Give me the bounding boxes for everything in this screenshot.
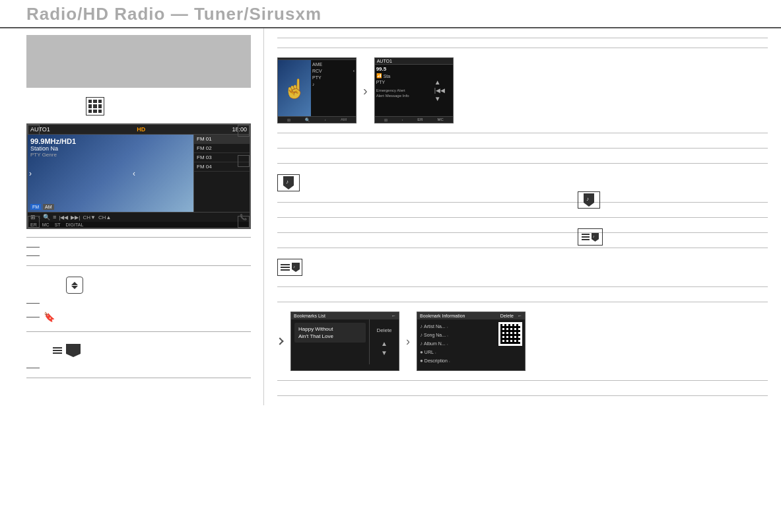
grid-cell xyxy=(93,100,96,103)
anno-dash-2 xyxy=(26,255,40,256)
status-mc: MC xyxy=(42,222,50,227)
anno-line-3 xyxy=(26,303,250,304)
fixed-bookmark-single-icon[interactable]: ♪ xyxy=(578,191,600,209)
annotation-box-br xyxy=(238,216,250,228)
right-divider-2 xyxy=(277,148,768,149)
status-st: ST xyxy=(55,222,61,227)
right-text-6 xyxy=(277,294,768,295)
nav-arrow-right[interactable]: ‹ xyxy=(133,169,135,178)
svg-text:♪: ♪ xyxy=(293,265,295,269)
bm-bullet-1: ♪ xyxy=(420,323,423,329)
radio-ui-screenshot: AUTO1 HD 18:00 99.9MHz/HD1 Station Na xyxy=(26,123,251,229)
anno-line-5 xyxy=(26,368,250,368)
divider-3 xyxy=(26,331,251,332)
illustration-image xyxy=(26,35,251,88)
scroll-icon[interactable] xyxy=(66,277,83,294)
page-container: Radio/HD Radio — Tuner/Sirusxm xyxy=(0,0,781,405)
ir-item-rcv: RCV ‹ xyxy=(312,68,355,74)
bm-field-url: URL xyxy=(424,350,434,354)
left-column: AUTO1 HD 18:00 99.9MHz/HD1 Station Na xyxy=(0,28,264,405)
search-icon[interactable]: 🔍 xyxy=(43,214,50,220)
fm-badge: FM xyxy=(30,204,41,210)
ir-back-r: ‹ xyxy=(401,117,403,122)
bm-info-content: ♪ Artist Na... ‹ ♪ Song Na... ‹ ♪ xyxy=(417,319,525,368)
bm-arrow-4: ‹ xyxy=(435,350,436,354)
fm-list-item-2[interactable]: FM 02 xyxy=(194,144,250,153)
right-divider-7 xyxy=(277,248,768,248)
ir-grid: ⊞ xyxy=(287,117,290,122)
ir-am: AM xyxy=(341,117,347,122)
ch-icon[interactable]: CH▼ xyxy=(83,215,95,220)
page-title: Radio/HD Radio — Tuner/Sirusxm xyxy=(26,4,322,24)
fixed-bookmark-list-icon[interactable]: ♪ xyxy=(578,228,603,246)
anno-dash-5 xyxy=(26,368,40,368)
bm-list-item-1[interactable]: Happy Without Ain't That Love xyxy=(294,323,366,343)
right-divider-8 xyxy=(277,286,768,287)
right-divider-9 xyxy=(277,302,768,302)
svg-text:♪: ♪ xyxy=(593,234,595,238)
bookmark-list-icon-row xyxy=(26,344,250,357)
grid-cell xyxy=(93,110,96,113)
bm-arrow-2: ‹ xyxy=(447,333,448,337)
bm-bullet-3: ♪ xyxy=(420,341,423,347)
next-track-icon[interactable]: ▶▶| xyxy=(71,215,80,220)
status-digital: DIGITAL xyxy=(66,222,84,227)
fixed-bookmark-single-svg: ♪ xyxy=(583,193,595,207)
fm-list-panel: FM 01 FM 02 FM 03 FM 04 xyxy=(193,135,250,212)
bookmark-list-icon[interactable] xyxy=(53,344,81,357)
bm-info-back[interactable]: ← xyxy=(518,314,522,318)
ir-search: 🔍 xyxy=(305,117,310,122)
right-text-3 xyxy=(277,209,768,211)
bm-arrow-5: ‹ xyxy=(449,359,450,363)
bm-list-line-2 xyxy=(281,267,290,268)
annotation-box-bl xyxy=(28,216,40,228)
grid-cell xyxy=(88,104,92,108)
right-divider-4 xyxy=(277,202,768,203)
bm-delete-btn[interactable]: Delete xyxy=(376,327,391,333)
ir-right-arrows: ▲ |◀◀ ▼ xyxy=(433,65,453,116)
fixed-bm-line-3 xyxy=(582,239,590,240)
right-column: ☝ AME RCV ‹ PTY ♪ xyxy=(264,28,781,405)
ir-skip: |◀◀ xyxy=(434,87,452,94)
right-divider-6 xyxy=(277,232,768,233)
bookmark-inline-icon: 🔖 xyxy=(44,312,55,322)
inner-radio-left: ☝ AME RCV ‹ PTY ♪ xyxy=(278,58,356,123)
anno-line-4: 🔖 xyxy=(26,312,250,322)
bm-info-delete[interactable]: Delete xyxy=(500,314,514,318)
qr-code xyxy=(498,322,522,346)
ir-alert-msg: Alert Message Info xyxy=(376,94,432,98)
menu-icon[interactable]: ≡ xyxy=(53,214,56,220)
bm-scroll-down[interactable]: ▼ xyxy=(381,349,388,356)
bm-item-1-line2: Ain't That Love xyxy=(298,333,333,339)
bm-line-1 xyxy=(53,347,62,349)
grid-cell xyxy=(88,110,92,113)
bm-info-controls: Delete ← xyxy=(500,314,522,318)
right-fixed-bookmark-icons: ♪ ♪ xyxy=(578,191,603,246)
ir-left-image: ☝ xyxy=(278,60,311,116)
bookmark-single-icon-box[interactable]: ♪ xyxy=(277,174,300,191)
ch2-icon[interactable]: CH▲ xyxy=(98,215,111,220)
ir-arrow-up: ▲ xyxy=(434,79,452,86)
bm-scroll-up[interactable]: ▲ xyxy=(381,340,388,347)
svg-text:♪: ♪ xyxy=(586,196,589,202)
right-text-7 xyxy=(277,387,768,389)
bm-bullet-2: ♪ xyxy=(420,332,423,338)
ir-right-content: 99.5 📶 Sta PTY Emergency Alert Alert Mes… xyxy=(375,65,433,116)
scroll-icon-row xyxy=(26,277,250,294)
bookmark-list-icon-box[interactable]: ♪ xyxy=(277,259,302,276)
bm-list-lines xyxy=(281,264,290,271)
svg-marker-0 xyxy=(283,176,294,189)
bm-field-album: Album N... xyxy=(424,341,446,346)
ir-top-right: AUTO1 xyxy=(375,58,453,65)
grid-cell xyxy=(88,100,92,103)
radio-frequency: 99.9MHz/HD1 xyxy=(30,137,76,145)
right-text-2 xyxy=(277,155,768,156)
ir-er: ER xyxy=(417,117,423,122)
ir-middle-left: ☝ AME RCV ‹ PTY ♪ xyxy=(278,60,356,116)
prev-track-icon[interactable]: |◀◀ xyxy=(59,215,68,220)
bm-info-fields-list: ♪ Artist Na... ‹ ♪ Song Na... ‹ ♪ xyxy=(420,322,496,365)
grid-icon[interactable] xyxy=(86,97,104,116)
fixed-bm-lines xyxy=(582,234,590,240)
bm-field-description: Description xyxy=(424,358,448,363)
nav-arrow-left[interactable]: › xyxy=(29,169,32,178)
